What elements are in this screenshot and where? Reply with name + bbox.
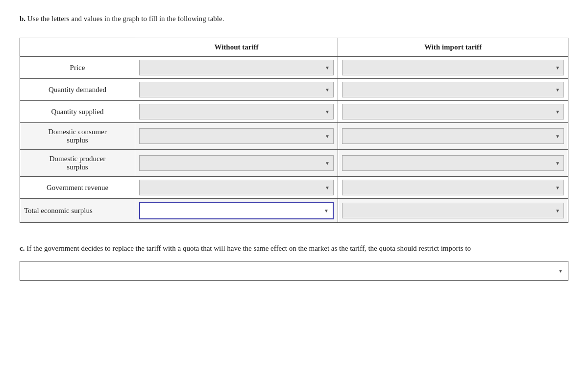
total-surplus-with-cell: [338, 199, 568, 223]
qty-demanded-without-select[interactable]: [139, 82, 334, 97]
table-row-qty-supplied: Quantity supplied: [20, 101, 568, 123]
price-without-wrapper[interactable]: [139, 60, 334, 75]
price-without-select[interactable]: [139, 60, 334, 75]
main-table: Without tariff With import tariff Price: [20, 38, 568, 223]
gov-revenue-without-select[interactable]: [139, 180, 334, 195]
gov-revenue-with-select[interactable]: [342, 180, 564, 195]
consumer-surplus-with-cell: [338, 123, 568, 150]
instruction-b-label: b.: [20, 15, 25, 23]
instruction-b-text: Use the letters and values in the graph …: [25, 15, 224, 23]
table-row-producer-surplus: Domestic producersurplus: [20, 150, 568, 177]
total-surplus-without-cell: [135, 199, 338, 223]
qty-demanded-without-wrapper[interactable]: [139, 82, 334, 97]
quota-select[interactable]: [20, 261, 568, 280]
producer-surplus-without-select[interactable]: [139, 155, 334, 171]
gov-revenue-without-wrapper[interactable]: [139, 180, 334, 195]
total-surplus-without-select[interactable]: [140, 203, 333, 218]
gov-revenue-label: Government revenue: [20, 177, 135, 199]
qty-demanded-without-cell: [135, 79, 338, 101]
gov-revenue-with-wrapper[interactable]: [342, 180, 564, 195]
total-surplus-without-wrapper[interactable]: [139, 202, 334, 219]
consumer-surplus-with-wrapper[interactable]: [342, 128, 564, 144]
producer-surplus-with-select[interactable]: [342, 155, 564, 171]
price-with-select[interactable]: [342, 60, 564, 75]
table-row-total-surplus: Total economic surplus: [20, 199, 568, 223]
table-row-consumer-surplus: Domestic consumersurplus: [20, 123, 568, 150]
table-row-gov-revenue: Government revenue: [20, 177, 568, 199]
total-surplus-with-select[interactable]: [342, 203, 564, 218]
qty-supplied-with-cell: [338, 101, 568, 123]
qty-demanded-label: Quantity demanded: [20, 79, 135, 101]
qty-supplied-without-wrapper[interactable]: [139, 104, 334, 119]
gov-revenue-without-cell: [135, 177, 338, 199]
price-with-cell: [338, 57, 568, 79]
section-c-text: c. If the government decides to replace …: [20, 242, 568, 254]
consumer-surplus-without-wrapper[interactable]: [139, 128, 334, 144]
section-c-body: If the government decides to replace the…: [24, 244, 471, 252]
qty-supplied-with-wrapper[interactable]: [342, 104, 564, 119]
price-with-wrapper[interactable]: [342, 60, 564, 75]
qty-supplied-label: Quantity supplied: [20, 101, 135, 123]
producer-surplus-without-wrapper[interactable]: [139, 155, 334, 171]
producer-surplus-with-wrapper[interactable]: [342, 155, 564, 171]
header-without-tariff: Without tariff: [135, 38, 338, 57]
header-label-col: [20, 38, 135, 57]
section-c: c. If the government decides to replace …: [20, 242, 568, 281]
total-surplus-label: Total economic surplus: [20, 199, 135, 223]
price-label: Price: [20, 57, 135, 79]
table-header-row: Without tariff With import tariff: [20, 38, 568, 57]
table-row-qty-demanded: Quantity demanded: [20, 79, 568, 101]
price-without-cell: [135, 57, 338, 79]
qty-supplied-without-cell: [135, 101, 338, 123]
producer-surplus-with-cell: [338, 150, 568, 177]
qty-demanded-with-select[interactable]: [342, 82, 564, 97]
qty-demanded-with-wrapper[interactable]: [342, 82, 564, 97]
consumer-surplus-label: Domestic consumersurplus: [20, 123, 135, 150]
quota-dropdown-wrapper[interactable]: [20, 261, 568, 281]
consumer-surplus-without-cell: [135, 123, 338, 150]
qty-demanded-with-cell: [338, 79, 568, 101]
gov-revenue-with-cell: [338, 177, 568, 199]
instruction-b: b. Use the letters and values in the gra…: [20, 15, 568, 23]
consumer-surplus-without-select[interactable]: [139, 128, 334, 144]
section-c-label: c.: [20, 244, 24, 252]
total-surplus-with-wrapper[interactable]: [342, 203, 564, 218]
producer-surplus-label: Domestic producersurplus: [20, 150, 135, 177]
qty-supplied-with-select[interactable]: [342, 104, 564, 119]
consumer-surplus-with-select[interactable]: [342, 128, 564, 144]
qty-supplied-without-select[interactable]: [139, 104, 334, 119]
producer-surplus-without-cell: [135, 150, 338, 177]
table-row-price: Price: [20, 57, 568, 79]
header-with-tariff: With import tariff: [338, 38, 568, 57]
